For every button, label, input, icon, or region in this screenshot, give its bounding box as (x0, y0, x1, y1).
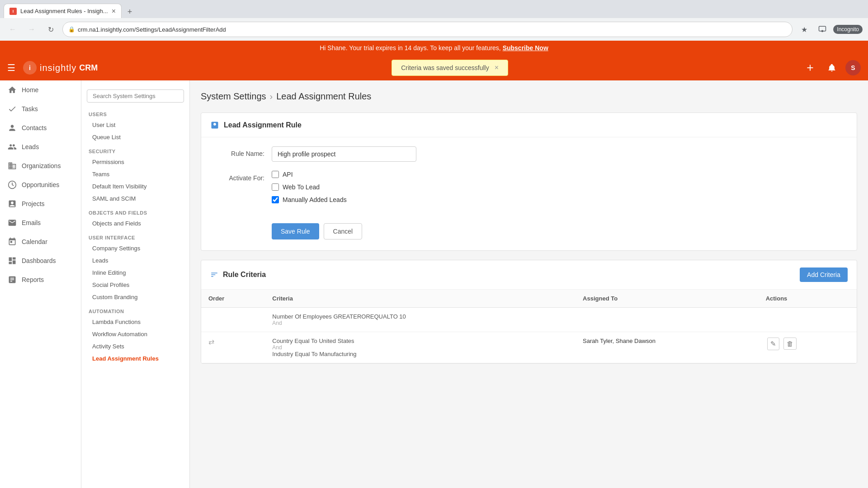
settings-nav-default-visibility[interactable]: Default Item Visibility (81, 180, 189, 192)
row2-actions: ✎ 🗑 (759, 332, 857, 363)
sidebar-item-dashboards[interactable]: Dashboards (0, 251, 81, 270)
sidebar-item-calendar[interactable]: Calendar (0, 232, 81, 251)
sidebar-label: Projects (22, 200, 45, 207)
col-actions: Actions (759, 290, 857, 308)
rule-name-field (272, 146, 848, 162)
back-button[interactable]: ← (5, 22, 20, 37)
settings-main: System Settings › Lead Assignment Rules … (190, 80, 868, 488)
sidebar-item-home[interactable]: Home (0, 80, 81, 99)
settings-nav-user-list[interactable]: User List (81, 119, 189, 131)
breadcrumb: System Settings › Lead Assignment Rules (201, 91, 857, 102)
logo-text: insightly (40, 63, 76, 73)
notifications-icon[interactable] (824, 60, 840, 76)
profile-icon[interactable] (815, 22, 830, 37)
projects-icon (7, 199, 17, 209)
settings-section-users: USERS User List Queue List (81, 106, 189, 143)
settings-search-input[interactable] (87, 89, 184, 103)
hamburger-menu[interactable]: ☰ (7, 62, 15, 73)
settings-nav-lead-assignment[interactable]: Lead Assignment Rules (81, 352, 189, 365)
settings-section-security: SECURITY Permissions Teams Default Item … (81, 143, 189, 205)
rule-card-header: Lead Assignment Rule (201, 113, 857, 137)
incognito-badge: Incognito (833, 25, 863, 34)
user-avatar[interactable]: S (845, 60, 861, 75)
settings-nav-social-profiles[interactable]: Social Profiles (81, 279, 189, 291)
sidebar-item-emails[interactable]: Emails (0, 213, 81, 232)
settings-section-ui: USER INTERFACE Company Settings Leads In… (81, 230, 189, 303)
sidebar-label: Dashboards (22, 257, 56, 264)
tab-close-button[interactable]: × (112, 8, 116, 15)
edit-criteria-button[interactable]: ✎ (767, 338, 779, 350)
settings-nav-permissions[interactable]: Permissions (81, 156, 189, 168)
sidebar-label: Home (22, 86, 38, 94)
sidebar-item-tasks[interactable]: Tasks (0, 99, 81, 118)
manually-added-checkbox[interactable] (272, 196, 279, 203)
criteria-table-header-row: Order Criteria Assigned To Actions (201, 290, 857, 308)
url-text: crm.na1.insightly.com/Settings/LeadAssig… (78, 26, 226, 33)
settings-section-objects: OBJECTS AND FIELDS Objects and Fields (81, 205, 189, 230)
web-to-lead-checkbox[interactable] (272, 183, 279, 191)
svg-text:i: i (29, 64, 31, 71)
sidebar-item-contacts[interactable]: Contacts (0, 118, 81, 137)
add-icon[interactable] (802, 60, 818, 76)
sidebar-item-opportunities[interactable]: Opportunities (0, 175, 81, 194)
sidebar-item-projects[interactable]: Projects (0, 194, 81, 213)
table-row: Number Of Employees GREATEROREQUALTO 10 … (201, 308, 857, 332)
content-area: USERS User List Queue List SECURITY Perm… (81, 80, 868, 488)
settings-nav-saml[interactable]: SAML and SCIM (81, 192, 189, 205)
row2-criteria: Country Equal To United States And Indus… (265, 332, 576, 363)
logo: i insightly CRM (23, 61, 98, 75)
crm-label: CRM (79, 63, 98, 73)
delete-criteria-button[interactable]: 🗑 (783, 338, 797, 350)
browser-toolbar: ← → ↻ 🔒 crm.na1.insightly.com/Settings/L… (0, 18, 868, 41)
settings-nav-company-settings[interactable]: Company Settings (81, 242, 189, 254)
api-label: API (283, 171, 293, 178)
active-tab[interactable]: I Lead Assignment Rules - Insigh... × (4, 4, 122, 18)
cancel-button[interactable]: Cancel (324, 223, 363, 239)
settings-nav-workflow[interactable]: Workflow Automation (81, 328, 189, 340)
opportunities-icon (7, 180, 17, 190)
sidebar-label: Reports (22, 276, 44, 283)
col-assigned-to: Assigned To (576, 290, 759, 308)
row1-actions (759, 308, 857, 332)
new-tab-button[interactable]: + (123, 5, 136, 18)
settings-nav-lambda[interactable]: Lambda Functions (81, 316, 189, 328)
sidebar-label: Organizations (22, 162, 61, 169)
organizations-icon (7, 161, 17, 171)
sidebar-label: Leads (22, 143, 39, 150)
manually-added-checkbox-group: Manually Added Leads (272, 196, 848, 203)
bookmark-icon[interactable]: ★ (797, 22, 811, 37)
sidebar-item-reports[interactable]: Reports (0, 270, 81, 289)
settings-nav-queue-list[interactable]: Queue List (81, 131, 189, 143)
success-toast: Criteria was saved successfully × (392, 60, 508, 76)
browser-tabs: I Lead Assignment Rules - Insigh... × + (0, 0, 868, 18)
settings-nav-activity-sets[interactable]: Activity Sets (81, 340, 189, 352)
save-rule-button[interactable]: Save Rule (272, 223, 319, 239)
toast-close-button[interactable]: × (495, 64, 499, 72)
address-bar[interactable]: 🔒 crm.na1.insightly.com/Settings/LeadAss… (62, 22, 793, 37)
subscribe-link[interactable]: Subscribe Now (503, 44, 548, 52)
rule-icon (210, 120, 219, 130)
toolbar-actions: ★ Incognito (797, 22, 863, 37)
settings-nav-objects-fields[interactable]: Objects and Fields (81, 217, 189, 230)
api-checkbox[interactable] (272, 171, 279, 178)
drag-handle[interactable]: ⇄ (208, 338, 214, 346)
web-to-lead-checkbox-group: Web To Lead (272, 183, 848, 191)
row2-assigned-to: Sarah Tyler, Shane Dawson (576, 332, 759, 363)
settings-nav-leads-ui[interactable]: Leads (81, 254, 189, 267)
sidebar-label: Opportunities (22, 181, 59, 188)
forward-button[interactable]: → (24, 22, 39, 37)
reload-button[interactable]: ↻ (43, 22, 58, 37)
add-criteria-button[interactable]: Add Criteria (800, 267, 848, 282)
settings-nav-inline-editing[interactable]: Inline Editing (81, 267, 189, 279)
settings-nav-custom-branding[interactable]: Custom Branding (81, 291, 189, 303)
settings-nav-teams[interactable]: Teams (81, 168, 189, 180)
rule-name-input[interactable] (272, 146, 416, 162)
app-header: ☰ i insightly CRM Criteria was saved suc… (0, 55, 868, 80)
toast-message: Criteria was saved successfully (401, 64, 489, 71)
sidebar-item-organizations[interactable]: Organizations (0, 156, 81, 175)
sidebar-item-leads[interactable]: Leads (0, 137, 81, 156)
users-section-title: USERS (81, 106, 189, 119)
api-checkbox-group: API (272, 171, 848, 178)
criteria-table: Order Criteria Assigned To Actions (201, 290, 857, 363)
calendar-icon (7, 237, 17, 247)
